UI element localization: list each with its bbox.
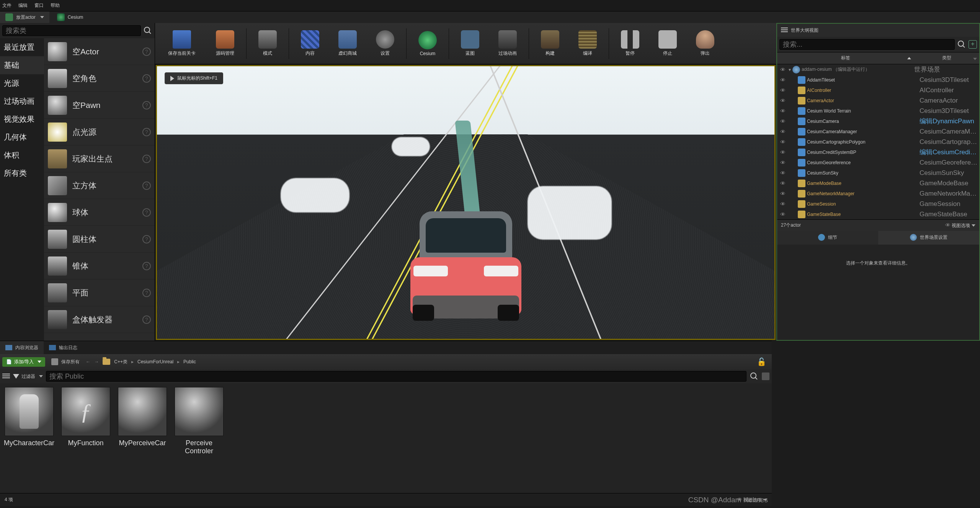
nav-back-button[interactable]: ← <box>86 359 90 364</box>
visibility-icon[interactable] <box>779 180 787 186</box>
toolbar-content-button[interactable]: 内容 <box>291 25 329 63</box>
tab-details[interactable]: 细节 <box>777 231 878 245</box>
outliner-row[interactable]: CameraActor CameraActor <box>777 95 979 106</box>
toolbar-marketplace-button[interactable]: 虚幻商城 <box>329 25 366 63</box>
expand-icon[interactable]: ▾ <box>789 67 791 72</box>
actor-list-item[interactable]: 球体 ? <box>44 199 155 226</box>
actor-list-item[interactable]: 盒体触发器 ? <box>44 306 155 333</box>
visibility-icon[interactable] <box>779 139 787 145</box>
outliner-row[interactable]: CesiumCreditSystemBP 编辑CesiumCreditSyste… <box>777 147 979 157</box>
toolbar-build-button[interactable]: 构建 <box>531 25 569 63</box>
category-item[interactable]: 最近放置 <box>0 38 44 56</box>
toolbar-blueprint-button[interactable]: 蓝图 <box>451 25 489 63</box>
visibility-icon[interactable] <box>779 108 787 114</box>
visibility-icon[interactable] <box>779 191 787 197</box>
menu-file[interactable]: 文件 <box>2 2 11 9</box>
menu-window[interactable]: 窗口 <box>34 2 44 9</box>
info-icon[interactable]: ? <box>142 289 151 297</box>
asset-item[interactable]: ƒ MyFunction <box>60 387 112 447</box>
outliner-row[interactable]: CesiumCartographicPolygon CesiumCartogra… <box>777 137 979 147</box>
visibility-icon[interactable] <box>779 211 787 217</box>
actor-list-item[interactable]: 点光源 ? <box>44 119 155 145</box>
asset-grid[interactable]: MyCharacterCarƒ MyFunction MyPerceiveCar… <box>0 383 772 493</box>
category-item[interactable]: 体积 <box>0 146 44 164</box>
toolbar-cinematics-button[interactable]: 过场动画 <box>489 25 526 63</box>
toolbar-compile-button[interactable]: 编译 <box>569 25 606 63</box>
actor-item-list[interactable]: 空Actor ? 空角色 ? 空Pawn ? 点光源 ? 玩家出生点 ? 立方体… <box>44 38 155 341</box>
outliner-row[interactable]: AIController AIController <box>777 85 979 95</box>
actor-list-item[interactable]: 圆柱体 ? <box>44 226 155 253</box>
outliner-row[interactable]: CesiumCamera 编辑DynamicPawn <box>777 116 979 126</box>
outliner-col-label[interactable]: 标签 <box>777 52 914 64</box>
asset-item[interactable]: Perceive Controler <box>173 387 225 455</box>
actor-list-item[interactable]: 锥体 ? <box>44 253 155 279</box>
tab-content-browser[interactable]: 内容浏览器 <box>0 341 44 354</box>
category-item[interactable]: 光源 <box>0 74 44 92</box>
lock-icon[interactable]: 🔓 <box>757 357 769 366</box>
crumb-root[interactable]: C++类 <box>114 359 127 365</box>
outliner-row[interactable]: GameNetworkManager GameNetworkManager <box>777 188 979 199</box>
menu-edit[interactable]: 编辑 <box>18 2 28 9</box>
search-icon[interactable] <box>957 40 966 49</box>
outliner-row[interactable]: GameStateBase GameStateBase <box>777 209 979 219</box>
visibility-icon[interactable] <box>779 160 787 166</box>
info-icon[interactable]: ? <box>142 101 151 109</box>
actor-list-item[interactable]: 玩家出生点 ? <box>44 145 155 172</box>
tab-cesium[interactable]: Cesium <box>52 11 89 23</box>
folder-icon[interactable] <box>103 359 110 365</box>
actor-list-item[interactable]: 平面 ? <box>44 279 155 306</box>
nav-forward-button[interactable]: → <box>94 359 99 364</box>
actor-list-item[interactable]: 空Actor ? <box>44 38 155 65</box>
toolbar-save-button[interactable]: 保存当前关卡 <box>157 25 206 63</box>
outliner-col-type[interactable]: 类型 <box>914 52 979 64</box>
outliner-row[interactable]: Cesium World Terrain Cesium3DTileset <box>777 106 979 116</box>
sources-toggle-icon[interactable] <box>2 374 10 379</box>
outliner-row[interactable]: CesiumSunSky CesiumSunSky <box>777 168 979 178</box>
toolbar-cesium-button[interactable]: Cesium <box>409 25 446 63</box>
save-all-button[interactable]: 保存所有 <box>49 358 82 365</box>
menu-help[interactable]: 帮助 <box>51 2 60 9</box>
visibility-icon[interactable] <box>779 67 787 73</box>
visibility-icon[interactable] <box>779 129 787 135</box>
visibility-icon[interactable] <box>779 98 787 104</box>
visibility-icon[interactable] <box>779 170 787 176</box>
content-search-input[interactable] <box>46 371 746 382</box>
info-icon[interactable]: ? <box>142 74 151 83</box>
save-search-icon[interactable] <box>762 372 769 380</box>
actor-list-item[interactable]: 空角色 ? <box>44 65 155 92</box>
info-icon[interactable]: ? <box>142 208 151 217</box>
category-item[interactable]: 过场动画 <box>0 92 44 110</box>
visibility-icon[interactable] <box>779 87 787 93</box>
outliner-row[interactable]: AddamTileset Cesium3DTileset <box>777 75 979 85</box>
visibility-icon[interactable] <box>779 77 787 83</box>
filters-button[interactable]: 过滤器 <box>13 373 43 380</box>
info-icon[interactable]: ? <box>142 235 151 243</box>
info-icon[interactable]: ? <box>142 155 151 163</box>
outliner-list[interactable]: ▾ addam-cesium （编辑器中运行） 世界场景 AddamTilese… <box>777 64 979 219</box>
info-icon[interactable]: ? <box>142 315 151 324</box>
actor-list-item[interactable]: 立方体 ? <box>44 172 155 199</box>
category-item[interactable]: 所有类 <box>0 164 44 182</box>
asset-item[interactable]: MyPerceiveCar <box>116 387 168 447</box>
info-icon[interactable]: ? <box>142 262 151 270</box>
visibility-icon[interactable] <box>779 118 787 124</box>
toolbar-pause-button[interactable]: 暂停 <box>611 25 649 63</box>
visibility-icon[interactable] <box>779 149 787 155</box>
toolbar-eject-button[interactable]: 弹出 <box>686 25 724 63</box>
actor-list-item[interactable]: 空Pawn ? <box>44 92 155 119</box>
add-import-button[interactable]: 📄 添加/导入 <box>2 357 45 367</box>
toolbar-source-button[interactable]: 源码管理 <box>206 25 244 63</box>
search-icon[interactable] <box>143 26 152 35</box>
add-actor-button[interactable]: + <box>969 40 977 49</box>
category-item[interactable]: 几何体 <box>0 128 44 146</box>
tab-world-settings[interactable]: 世界场景设置 <box>878 231 979 245</box>
outliner-row[interactable]: GameModeBase GameModeBase <box>777 178 979 188</box>
outliner-row[interactable]: CesiumGeoreference CesiumGeoreference <box>777 157 979 168</box>
search-icon[interactable] <box>750 372 759 381</box>
game-viewport[interactable]: 鼠标光标的Shift+F1 <box>156 65 776 340</box>
asset-item[interactable]: MyCharacterCar <box>3 387 55 447</box>
toolbar-modes-button[interactable]: 模式 <box>249 25 286 63</box>
crumb-plugin[interactable]: CesiumForUnreal <box>137 359 173 364</box>
info-icon[interactable]: ? <box>142 181 151 190</box>
tab-place-actor[interactable]: 放置actor <box>0 11 49 23</box>
